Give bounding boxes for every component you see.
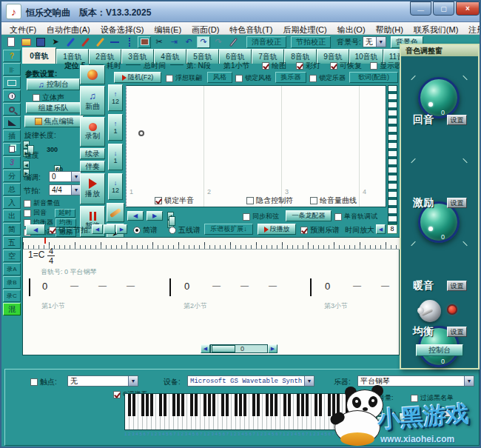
single-track-debug-checkbox[interactable]: [334, 213, 342, 221]
nav-right-button[interactable]: ▶: [147, 211, 163, 221]
volume-curve-checkbox[interactable]: [310, 197, 317, 204]
notation-area[interactable]: 1=C 4 4 音轨号: 0 平台钢琴 0 — — — 第1小节 0 — — —…: [22, 237, 400, 355]
stereo-row[interactable]: 立体声: [33, 93, 64, 103]
lock-semitone-row[interactable]: 锁定半音: [155, 195, 194, 206]
pen-red-icon[interactable]: [78, 36, 92, 48]
filter-blacklist-checkbox[interactable]: [411, 395, 418, 402]
split-tool-icon[interactable]: [123, 36, 136, 48]
dropdown-arrow-icon[interactable]: ▼: [304, 376, 314, 386]
blank-button[interactable]: 空: [3, 250, 21, 262]
dropdown-arrow-icon[interactable]: ▼: [464, 376, 474, 386]
frame-tool-icon[interactable]: [138, 36, 151, 48]
beat-correction-button[interactable]: 节拍校正: [291, 36, 331, 48]
warm-set-button[interactable]: 设置: [447, 281, 467, 291]
exit-button[interactable]: 出: [3, 210, 21, 222]
sync-chord-checkbox[interactable]: [243, 213, 250, 221]
tab-track-0[interactable]: 0音轨: [22, 47, 56, 64]
change-instrument-button[interactable]: 换乐器: [275, 72, 306, 83]
eq-set-button[interactable]: 设置: [447, 327, 467, 337]
staff-radio[interactable]: [169, 227, 176, 234]
redo-icon[interactable]: ↷: [197, 36, 210, 48]
new-file-icon[interactable]: [4, 36, 18, 48]
magic-icon-button[interactable]: [80, 65, 105, 84]
hscroll-thumb[interactable]: [212, 345, 235, 352]
echo-knob[interactable]: 0: [418, 77, 460, 118]
stepper-thumb[interactable]: [104, 224, 115, 234]
lock-style-checkbox[interactable]: [235, 75, 243, 82]
build-band-button[interactable]: 组建乐队: [26, 102, 81, 113]
meter-dropdown[interactable]: 4/4▼: [49, 184, 81, 195]
maximize-button[interactable]: ▢: [433, 1, 454, 16]
lights-checkbox[interactable]: [296, 62, 303, 70]
lock-beat-checkbox[interactable]: [49, 227, 56, 234]
beat-stepper[interactable]: ◀ ▶: [92, 224, 127, 234]
accompaniment-button[interactable]: 伴奏: [80, 161, 105, 172]
transpose-up-1-button[interactable]: ↑1: [108, 114, 123, 141]
one-stop-orchestration-button[interactable]: 一条龙配器: [286, 210, 332, 221]
filmstrip-scrollbar[interactable]: [388, 85, 397, 233]
delay-button[interactable]: 延时: [55, 209, 75, 218]
echo-row[interactable]: 回音延时: [24, 208, 75, 218]
lights-checkbox-row[interactable]: 彩灯: [296, 61, 320, 71]
lock-style-row[interactable]: 锁定风格: [235, 73, 272, 83]
wedge-icon[interactable]: [3, 116, 21, 129]
touch-checkbox[interactable]: [30, 378, 38, 386]
predict-score-checkbox[interactable]: [300, 227, 308, 234]
stereo-checkbox[interactable]: [33, 94, 40, 101]
sync-chord-row[interactable]: 同步和弦: [243, 212, 279, 221]
device-dropdown[interactable]: Microsoft GS Wavetable Synth▼: [187, 375, 314, 387]
volume-value-row[interactable]: 新音量值: [24, 198, 60, 208]
predict-score-row[interactable]: 预测乐谱: [300, 225, 340, 235]
divide-button[interactable]: 分: [3, 170, 21, 182]
touch-dropdown[interactable]: 无▼: [67, 375, 138, 387]
draw-checkbox[interactable]: [262, 62, 269, 70]
hidden-ctrl-checkbox[interactable]: [246, 197, 254, 204]
brush-icon[interactable]: [226, 36, 240, 48]
fantasy-row[interactable]: 浮想联翩: [166, 73, 202, 83]
mix-button[interactable]: 混: [3, 303, 21, 315]
focus-edit-button[interactable]: 焦点编辑: [24, 116, 84, 127]
lock-instrument-checkbox[interactable]: [309, 75, 317, 82]
volume-value-checkbox[interactable]: [24, 200, 31, 207]
redo2-icon[interactable]: ↷: [212, 36, 225, 48]
lock-semitone-checkbox[interactable]: [155, 197, 162, 204]
staff-button[interactable]: 五: [3, 236, 21, 249]
help-icon[interactable]: ?: [3, 50, 21, 62]
exciter-set-button[interactable]: 设置: [447, 198, 467, 208]
triplet-button[interactable]: 3: [3, 156, 21, 169]
dropdown-arrow-icon[interactable]: ▼: [376, 37, 386, 47]
clock-icon[interactable]: [3, 90, 21, 102]
recover-checkbox[interactable]: [330, 62, 337, 70]
random-button[interactable]: 随机(F2): [114, 72, 161, 83]
pen-orange-icon[interactable]: [93, 36, 107, 48]
lock-beat-row[interactable]: 锁定节拍:: [49, 225, 90, 235]
lock-instrument-row[interactable]: 锁定乐器: [309, 73, 346, 83]
enter-button[interactable]: 入: [3, 196, 21, 209]
staff-radio-row[interactable]: 五线谱: [169, 225, 201, 235]
segment-play-button[interactable]: 段播放: [258, 224, 296, 235]
dropdown-arrow-icon[interactable]: ▼: [128, 376, 138, 386]
pianoroll-canvas[interactable]: 1 2 3 4 锁定半音 隐含控制符 绘音量曲线: [126, 85, 386, 207]
bg-number-dropdown[interactable]: 无▼: [363, 36, 386, 47]
echo-set-button[interactable]: 设置: [447, 115, 467, 125]
ckey-checkbox[interactable]: [113, 391, 121, 398]
single-track-debug-row[interactable]: 单音轨调试: [334, 212, 377, 221]
record-c-button[interactable]: 录C: [3, 290, 21, 302]
insert-button[interactable]: 插: [3, 130, 21, 142]
touch-row[interactable]: 触点:: [30, 377, 57, 387]
scissors-icon[interactable]: ✂: [152, 36, 166, 48]
jianpu-radio[interactable]: [133, 227, 141, 234]
hidden-ctrl-row[interactable]: 隐含控制符: [246, 195, 293, 206]
timbre-panel-titlebar[interactable]: 音色调整窗: [401, 45, 478, 56]
draw-pen-button[interactable]: [107, 203, 124, 222]
continue-record-button[interactable]: 续录: [80, 148, 105, 159]
rectangle-select-icon[interactable]: [3, 76, 21, 89]
cursor-icon[interactable]: ➤: [49, 36, 62, 48]
back-button[interactable]: ◀: [26, 224, 45, 235]
fantasy-checkbox[interactable]: [166, 75, 173, 82]
key-dropdown[interactable]: 0▼: [49, 171, 81, 182]
nav-left-button[interactable]: ◀: [127, 211, 144, 221]
hscroll-left-button[interactable]: ◀: [201, 344, 210, 353]
transpose-up-12-button[interactable]: ↑12: [108, 84, 123, 111]
slider-left-cap[interactable]: ◀: [23, 161, 30, 169]
